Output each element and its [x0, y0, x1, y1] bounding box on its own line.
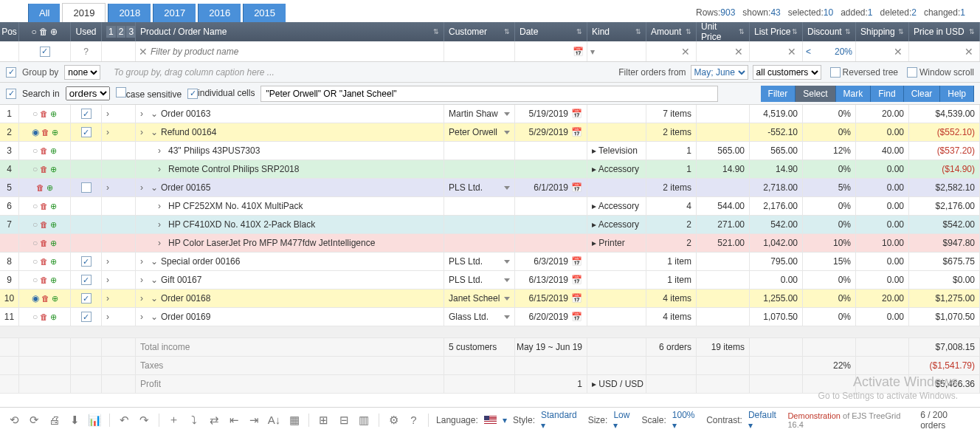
clear-icon[interactable]: ✕	[787, 46, 796, 58]
header-discount[interactable]: Discount	[803, 22, 856, 41]
table-row[interactable]: 8○ 🗑 ⊕››⌄ Special order 00166PLS Ltd.6/3…	[0, 253, 980, 271]
tab-2016[interactable]: 2016	[198, 4, 241, 22]
months-select[interactable]: May; June	[691, 65, 748, 80]
tab-2019[interactable]: 2019	[62, 3, 106, 22]
header-customer[interactable]: Customer	[444, 22, 515, 41]
help-icon[interactable]: ?	[407, 413, 421, 428]
header-kind[interactable]: Kind	[587, 22, 646, 41]
search-check[interactable]	[6, 89, 16, 99]
columns-icon[interactable]: ▥	[357, 413, 371, 428]
header-level[interactable]: 123	[102, 22, 136, 41]
filter-check[interactable]	[40, 47, 50, 57]
clear-button[interactable]: Clear	[904, 86, 941, 102]
clear-icon[interactable]: ✕	[894, 46, 903, 58]
header-actions[interactable]: ○ 🗑 ⊕	[19, 22, 71, 41]
sort-icon[interactable]: A↓	[267, 413, 281, 428]
table-row[interactable]: 6○ 🗑 ⊕› HP CF252XM No. 410X MultiPack▸ A…	[0, 197, 980, 216]
header-unitprice[interactable]: Unit Price	[697, 22, 750, 41]
table-row[interactable]: 10◉ 🗑 ⊕››⌄ Order 00168Janet Scheel6/15/2…	[0, 289, 980, 308]
data-grid: 1○ 🗑 ⊕››⌄ Order 00163Martin Shaw5/19/201…	[0, 105, 980, 326]
individual-check[interactable]	[187, 89, 198, 99]
outdent-icon[interactable]: ⇤	[227, 413, 241, 428]
reload-icon[interactable]: ⟲	[7, 413, 21, 428]
summary-rows: Total income5 customersMay 19 ~ Jun 196 …	[0, 338, 980, 394]
groupby-toolbar: Group by none To group by, drag column c…	[0, 62, 980, 83]
split-icon[interactable]: ⇄	[207, 413, 221, 428]
searchin-select[interactable]: orders	[66, 86, 110, 100]
header-shipping[interactable]: Shipping	[856, 22, 909, 41]
collapse-icon[interactable]: ⊟	[337, 413, 351, 428]
table-row[interactable]: 4○ 🗑 ⊕› Remote Control Philips SRP2018▸ …	[0, 160, 980, 179]
calendar-icon[interactable]: 📅	[573, 47, 584, 57]
summary-row: Profit1▸ USD / USD$5,466.36	[0, 375, 980, 394]
stats: Rows:903 shown:43 selected:10 added:1 de…	[696, 7, 973, 18]
reversed-check[interactable]	[830, 67, 841, 78]
add-icon[interactable]: ＋	[167, 413, 181, 428]
tab-2015[interactable]: 2015	[243, 4, 286, 22]
table-row[interactable]: 3○ 🗑 ⊕› 43" Philips 43PUS7303▸ Televisio…	[0, 142, 980, 160]
find-button[interactable]: Find	[871, 86, 903, 102]
tab-2018[interactable]: 2018	[108, 4, 151, 22]
flag-icon[interactable]	[484, 416, 497, 425]
bottom-toolbar: ⟲ ⟳ 🖨 ⬇ 📊 ↶ ↷ ＋ ⤵ ⇄ ⇤ ⇥ A↓ ▦ ⊞ ⊟ ▥ ⚙ ? L…	[0, 407, 980, 432]
filter-used[interactable]: ?	[71, 41, 102, 61]
table-row[interactable]: 1○ 🗑 ⊕››⌄ Order 00163Martin Shaw5/19/201…	[0, 105, 980, 123]
year-tabs: All20192018201720162015 Rows:903 shown:4…	[0, 0, 980, 22]
mark-button[interactable]: Mark	[836, 86, 872, 102]
export-icon[interactable]: ⬇	[68, 413, 82, 428]
search-toolbar: Search in orders case sensitive individu…	[0, 83, 980, 105]
summary-row: Taxes22%($1,541.79)	[0, 357, 980, 375]
refresh-icon[interactable]: ⟳	[27, 413, 41, 428]
header-listprice[interactable]: List Price	[750, 22, 803, 41]
expand-icon[interactable]: ⊞	[317, 413, 331, 428]
filter-row: ? ✕ 📅 ▾ ✕ ✕ ✕ <20% ✕ ✕	[0, 41, 980, 62]
filter-kind[interactable]: ▾	[587, 41, 646, 61]
table-row[interactable]: ○ 🗑 ⊕› HP Color LaserJet Pro MFP M477fdw…	[0, 234, 980, 253]
tab-2017[interactable]: 2017	[153, 4, 196, 22]
clear-icon[interactable]: ✕	[734, 46, 743, 58]
header-date[interactable]: Date	[515, 22, 587, 41]
table-row[interactable]: 2◉ 🗑 ⊕››⌄ Refund 00164Peter Orwell5/29/2…	[0, 123, 980, 142]
print-icon[interactable]: 🖨	[47, 413, 61, 428]
tab-all[interactable]: All	[28, 4, 60, 22]
redo-icon[interactable]: ↷	[137, 413, 151, 428]
settings-icon[interactable]: ⚙	[387, 413, 401, 428]
table-row[interactable]: 11○ 🗑 ⊕››⌄ Order 00169Glass Ltd.6/20/201…	[0, 308, 980, 326]
clear-icon[interactable]: ✕	[965, 46, 973, 58]
summary-row: Total income5 customersMay 19 ~ Jun 196 …	[0, 338, 980, 357]
addchild-icon[interactable]: ⤵	[187, 413, 201, 428]
table-row[interactable]: 7○ 🗑 ⊕› HP CF410XD No. 410X 2-Pack Black…	[0, 216, 980, 234]
header-pos[interactable]: Pos	[0, 22, 19, 41]
windowscroll-check[interactable]	[907, 67, 917, 78]
table-row[interactable]: 9○ 🗑 ⊕››⌄ Gift 00167PLS Ltd.6/13/2019📅1 …	[0, 271, 980, 289]
calendar-icon[interactable]: ▦	[287, 413, 301, 428]
search-query-input[interactable]	[260, 86, 718, 102]
group-hint: To group by, drag column caption here ..…	[114, 67, 274, 78]
select-button[interactable]: Select	[796, 86, 835, 102]
pager: 6 / 200 orders	[920, 410, 973, 431]
undo-icon[interactable]: ↶	[117, 413, 131, 428]
groupby-check[interactable]	[6, 67, 16, 78]
header-priceusd[interactable]: Price in USD	[909, 22, 980, 41]
groupby-select[interactable]: none	[64, 65, 100, 80]
filter-product-input[interactable]	[151, 47, 441, 57]
help-button[interactable]: Help	[940, 86, 974, 102]
column-headers: Pos ○ 🗑 ⊕ Used 123 Product / Order Name …	[0, 22, 980, 41]
clear-icon[interactable]: ✕	[681, 46, 690, 58]
excel-icon[interactable]: 📊	[88, 413, 102, 428]
filter-date[interactable]: 📅	[515, 41, 587, 61]
clear-icon[interactable]: ✕	[139, 46, 148, 58]
customers-select[interactable]: all customers	[753, 65, 821, 80]
header-product[interactable]: Product / Order Name	[136, 22, 444, 41]
filter-customer[interactable]	[444, 41, 515, 61]
filter-button[interactable]: Filter	[761, 86, 796, 102]
casesensitive-check[interactable]	[116, 87, 126, 97]
indent-icon[interactable]: ⇥	[247, 413, 261, 428]
header-used[interactable]: Used	[71, 22, 102, 41]
header-amount[interactable]: Amount	[646, 22, 697, 41]
table-row[interactable]: 5 🗑 ⊕››⌄ Order 00165PLS Ltd.6/1/2019📅2 i…	[0, 179, 980, 197]
